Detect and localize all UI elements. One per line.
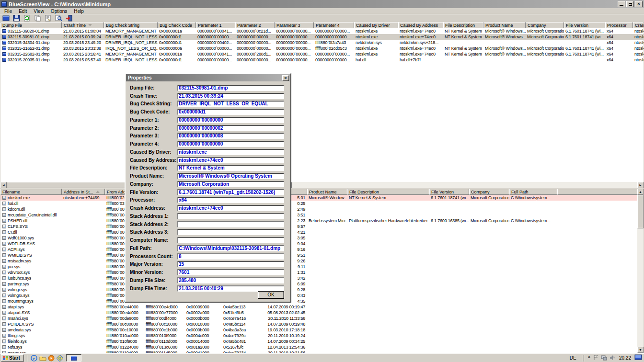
- column-header[interactable]: Parameter 1: [196, 22, 235, 28]
- crash-time-field[interactable]: 21.03.2015 00:39:24: [177, 93, 284, 99]
- table-row[interactable]: 032115-30981-01.dmp21.03.2015 00:39:24DR…: [0, 34, 644, 40]
- table-row[interactable]: pci.sysfffff880`00fb9:11: [0, 264, 644, 270]
- column-header[interactable]: Product Name: [483, 22, 526, 28]
- table-row[interactable]: msahci.sysfffff880`00de9000fffff880`00df…: [0, 316, 644, 321]
- network-icon[interactable]: [601, 355, 607, 362]
- table-row[interactable]: kdcom.dllfffff800`00bc2:49: [0, 206, 644, 212]
- column-header[interactable]: Caused By Address: [398, 22, 443, 28]
- ok-button[interactable]: OK: [258, 291, 284, 299]
- column-header[interactable]: Full Path: [509, 189, 557, 195]
- table-row[interactable]: ACPI.sysfffff880`00f49:16: [0, 247, 644, 252]
- refresh-icon[interactable]: [23, 14, 32, 22]
- exit-icon[interactable]: [65, 14, 74, 22]
- column-header[interactable]: Processor: [605, 22, 633, 28]
- menu-edit[interactable]: Edit: [15, 9, 30, 14]
- minimize-button[interactable]: [618, 1, 625, 7]
- processor-field[interactable]: x64: [177, 197, 284, 203]
- stack-address-1-field[interactable]: [177, 213, 284, 219]
- column-header[interactable]: Parameter 3: [275, 22, 314, 28]
- table-row[interactable]: 032015-20935-01.dmp20.03.2015 05:57:40DR…: [0, 57, 644, 63]
- menu-view[interactable]: View: [30, 9, 47, 14]
- column-header[interactable]: Company: [526, 22, 564, 28]
- table-row[interactable]: mcupdate_GenuineIntel.dllfffff880`00c53:…: [0, 212, 644, 218]
- company-field[interactable]: Microsoft Corporation: [177, 181, 284, 187]
- column-header[interactable]: Crash Time: [62, 22, 104, 28]
- table-row[interactable]: PCIIDEX.SYSfffff880`00c00000fffff880`00c…: [0, 321, 644, 327]
- table-row[interactable]: ntoskrnl.exentoskrnl.exe+74469fffff800`0…: [0, 195, 644, 201]
- table-row[interactable]: WDFLDR.SYSfffff880`00f39:04: [0, 241, 644, 247]
- table-row[interactable]: Ntfs.sysfffff880`01224000fffff880`013c60…: [0, 344, 644, 350]
- horizontal-scrollbar[interactable]: ◄ ►: [0, 182, 644, 188]
- vertical-scroll-thumb[interactable]: [637, 195, 644, 228]
- caused-by-address-field[interactable]: ntoskrnl.exe+74ec0: [177, 157, 284, 163]
- column-header[interactable]: Parameter 4: [314, 22, 354, 28]
- product-name-field[interactable]: Microsoft® Windows® Operating System: [177, 173, 284, 179]
- table-row[interactable]: volmgr.sysfffff880`00e19:28: [0, 287, 644, 293]
- vertical-scrollbar[interactable]: ▲ ▼: [637, 189, 644, 353]
- scroll-up-button[interactable]: ▲: [637, 189, 644, 195]
- stack-address-2-field[interactable]: [177, 221, 284, 227]
- parameter-4-field[interactable]: 00000000`00000000: [177, 141, 284, 147]
- table-row[interactable]: fileinfo.sysfffff880`010f9000fffff880`01…: [0, 339, 644, 344]
- save-icon[interactable]: [12, 14, 21, 22]
- find-icon[interactable]: [54, 14, 63, 22]
- bluescreenview-taskbar-button[interactable]: [66, 354, 81, 362]
- column-header[interactable]: Company: [469, 189, 509, 195]
- table-row[interactable]: msrpc.sysfffff880`01104000fffff880`01145…: [0, 350, 644, 353]
- start-button[interactable]: Start: [1, 354, 24, 362]
- column-header[interactable]: Caused By Driver: [354, 22, 398, 28]
- table-row[interactable]: amdxata.sysfffff880`00c10000fffff880`00c…: [0, 327, 644, 333]
- column-header[interactable]: File Description: [443, 22, 483, 28]
- table-row[interactable]: 032015-34304-01.dmp20.03.2015 23:49:20DR…: [0, 40, 644, 45]
- media-player-icon[interactable]: [47, 354, 56, 362]
- column-header[interactable]: Bug Check String: [104, 22, 158, 28]
- major-version-field[interactable]: 15: [177, 261, 284, 267]
- table-row[interactable]: WMILIB.SYSfffff880`00fa9:51: [0, 252, 644, 258]
- column-header[interactable]: Crash Address: [633, 22, 644, 28]
- explorer-icon[interactable]: [38, 354, 47, 362]
- open-minidump-icon[interactable]: [1, 14, 11, 22]
- table-row[interactable]: CLFS.SYSfffff880`00cb9:57: [0, 224, 644, 229]
- dialog-close-icon[interactable]: ×: [282, 75, 289, 81]
- table-row[interactable]: Wdf01000.sysfffff880`00e73:05: [0, 235, 644, 241]
- table-row[interactable]: mountmgr.sysfffff880`00e24:35: [0, 298, 644, 304]
- table-row[interactable]: atapi.sysfffff880`00e44000fffff880`00e4d…: [0, 304, 644, 310]
- crash-address-field[interactable]: ntoskrnl.exe+74ec0: [177, 205, 284, 211]
- column-header[interactable]: Address In St...: [62, 189, 105, 195]
- table-row[interactable]: 032115-36020-01.dmp21.03.2015 01:00:04ME…: [0, 28, 644, 34]
- file-version-field[interactable]: 6.1.7601.18741 (win7sp1_gdr.150202-1526): [177, 189, 284, 195]
- close-button[interactable]: ×: [635, 1, 643, 7]
- processors-count-field[interactable]: 8: [177, 253, 284, 260]
- menu-file[interactable]: File: [1, 9, 15, 14]
- table-row[interactable]: vdrvroot.sysfffff880`00fe1:31: [0, 270, 644, 275]
- restore-button[interactable]: [626, 1, 634, 7]
- table-row[interactable]: 032015-22682-01.dmp20.03.2015 23:16:41ME…: [0, 51, 644, 57]
- copy-icon[interactable]: [33, 14, 42, 22]
- column-header[interactable]: Product Name: [307, 189, 347, 195]
- file-description-field[interactable]: NT Kernel & System: [177, 165, 284, 171]
- bug-check-code-field[interactable]: 0x000000d1: [177, 109, 284, 115]
- column-header[interactable]: Bug Check Code: [158, 22, 196, 28]
- table-row[interactable]: iusb3hcs.sysfffff880`00ff3:42: [0, 275, 644, 281]
- column-header[interactable]: File Version: [564, 22, 605, 28]
- full-path-field[interactable]: C:\Windows\Minidump\032115-30981-01.dmp: [177, 245, 284, 251]
- table-row[interactable]: 032015-21652-01.dmp20.03.2015 23:33:38IR…: [0, 45, 644, 51]
- bug-check-string-field[interactable]: DRIVER_IRQL_NOT_LESS_OR_EQUAL: [177, 101, 284, 107]
- table-row[interactable]: hal.dllfffff800`031f0:25: [0, 201, 644, 206]
- minor-version-field[interactable]: 7601: [177, 269, 284, 275]
- ie-icon[interactable]: e: [30, 354, 38, 362]
- table-row[interactable]: CI.dllfffff880`00d14:21: [0, 229, 644, 235]
- scroll-down-button[interactable]: ▼: [637, 347, 644, 353]
- stack-address-3-field[interactable]: [177, 229, 284, 235]
- table-row[interactable]: partmgr.sysfffff880`00e06:09: [0, 281, 644, 287]
- parameter-1-field[interactable]: 00000000`00000000: [177, 117, 284, 123]
- magnifier-icon[interactable]: [56, 354, 64, 362]
- column-header[interactable]: File Version: [429, 189, 469, 195]
- table-row[interactable]: volmgrx.sysfffff880`00d80:43: [0, 293, 644, 298]
- dump-file-time-field[interactable]: 21.03.2015 00:40:29: [177, 285, 284, 292]
- language-indicator[interactable]: DE: [567, 355, 579, 361]
- flag-icon[interactable]: [593, 355, 598, 362]
- column-header[interactable]: Filename: [0, 189, 62, 195]
- chevron-up-icon[interactable]: ^: [588, 356, 590, 360]
- scroll-right-button[interactable]: ►: [637, 182, 644, 188]
